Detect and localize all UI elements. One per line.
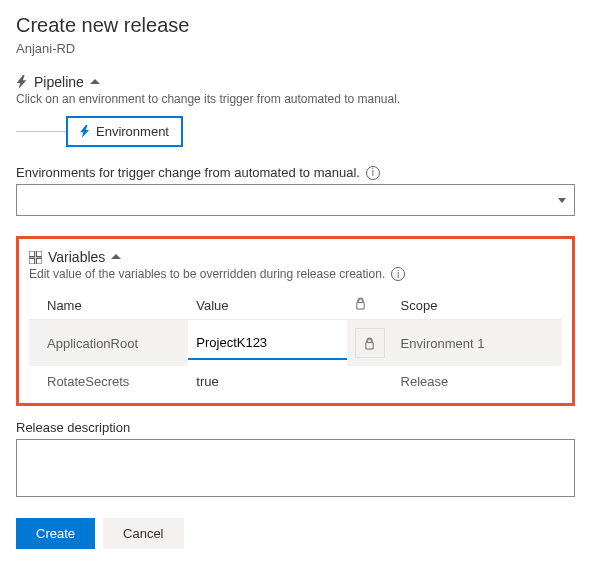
pipeline-flow: Environment xyxy=(16,116,575,147)
info-icon[interactable]: i xyxy=(366,166,380,180)
chevron-up-icon xyxy=(111,254,121,260)
variables-header-label: Variables xyxy=(48,249,105,265)
var-name: ApplicationRoot xyxy=(29,320,188,367)
col-value: Value xyxy=(188,291,346,320)
button-row: Create Cancel xyxy=(16,518,575,549)
table-row[interactable]: ApplicationRoot Environment 1 xyxy=(29,320,562,367)
description-textarea[interactable] xyxy=(16,439,575,497)
var-scope: Environment 1 xyxy=(393,320,562,367)
variables-caption: Edit value of the variables to be overri… xyxy=(29,267,385,281)
lock-icon xyxy=(355,297,366,310)
info-icon[interactable]: i xyxy=(391,267,405,281)
pipeline-stage[interactable]: Environment xyxy=(66,116,183,147)
grid-icon xyxy=(29,251,42,264)
env-selector-label-row: Environments for trigger change from aut… xyxy=(16,165,575,180)
variables-section: Variables Edit value of the variables to… xyxy=(16,236,575,406)
var-value-input[interactable] xyxy=(188,326,346,360)
lightning-icon xyxy=(16,75,28,89)
lock-icon xyxy=(364,337,375,350)
col-scope: Scope xyxy=(393,291,562,320)
lightning-icon xyxy=(80,125,90,138)
pipeline-header-label: Pipeline xyxy=(34,74,84,90)
env-selector-label: Environments for trigger change from aut… xyxy=(16,165,360,180)
col-lock xyxy=(347,291,393,320)
var-value-cell xyxy=(188,320,346,367)
variables-table: Name Value Scope ApplicationRoot xyxy=(29,291,562,397)
pipeline-section-header[interactable]: Pipeline xyxy=(16,74,575,90)
stage-label: Environment xyxy=(96,124,169,139)
var-name: RotateSecrets xyxy=(29,366,188,397)
chevron-up-icon xyxy=(90,79,100,85)
lock-button[interactable] xyxy=(355,328,385,358)
pipeline-caption: Click on an environment to change its tr… xyxy=(16,92,575,106)
flow-connector xyxy=(16,131,66,132)
env-selector-dropdown[interactable] xyxy=(16,184,575,216)
col-name: Name xyxy=(29,291,188,320)
cancel-button[interactable]: Cancel xyxy=(103,518,183,549)
create-button[interactable]: Create xyxy=(16,518,95,549)
variables-section-header[interactable]: Variables xyxy=(29,249,562,265)
var-value: true xyxy=(188,366,346,397)
description-label: Release description xyxy=(16,420,575,435)
page-title: Create new release xyxy=(16,14,575,37)
release-definition-name: Anjani-RD xyxy=(16,41,575,56)
table-row[interactable]: RotateSecrets true Release xyxy=(29,366,562,397)
var-scope: Release xyxy=(393,366,562,397)
chevron-down-icon xyxy=(558,198,566,203)
